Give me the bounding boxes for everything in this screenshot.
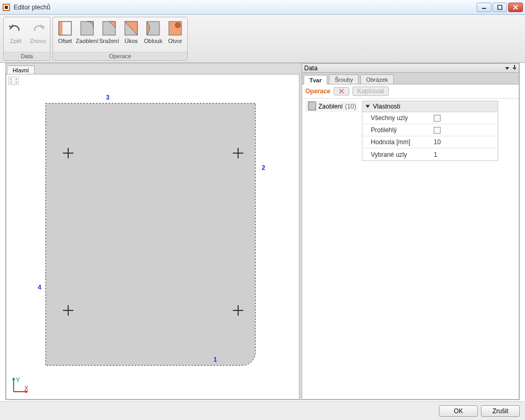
svg-point-15 bbox=[175, 23, 180, 28]
delete-operation-button[interactable] bbox=[334, 87, 349, 95]
prop-row-all-nodes[interactable]: Všechny uzly bbox=[362, 112, 498, 124]
prop-value[interactable]: 1 bbox=[431, 151, 498, 158]
bevel-label: Úkos bbox=[124, 38, 137, 44]
prop-value[interactable]: 10 bbox=[431, 138, 498, 146]
edge-label-bottom: 1 bbox=[213, 356, 217, 363]
right-pane: Data Tvar Šrouby Obrázek Operace bbox=[302, 63, 519, 400]
undo-icon bbox=[7, 20, 24, 37]
svg-marker-28 bbox=[505, 67, 509, 70]
data-panel-header: Data bbox=[302, 63, 519, 73]
fillet-button[interactable]: Zaoblení bbox=[77, 19, 98, 45]
hole-label: Otvor bbox=[168, 38, 183, 44]
subtab-bolts[interactable]: Šrouby bbox=[329, 74, 359, 84]
svg-rect-31 bbox=[515, 69, 515, 70]
edge-label-top: 3 bbox=[106, 94, 110, 101]
prop-label: Protilehlý bbox=[362, 126, 431, 134]
ok-label: OK bbox=[454, 407, 463, 415]
plate-canvas: 3 2 1 4 bbox=[6, 74, 299, 389]
prop-label: Hodnota [mm] bbox=[362, 138, 431, 146]
main-area: Hlavní 3 2 1 4 bbox=[5, 63, 520, 400]
redo-label: Znovu bbox=[30, 38, 46, 44]
ribbon-group-operations: Ofset Zaoblení Sražení Úkos bbox=[52, 17, 188, 61]
checkbox-opposite[interactable] bbox=[434, 127, 441, 134]
window-buttons bbox=[477, 3, 523, 12]
offset-icon bbox=[57, 20, 73, 37]
prop-label: Všechny uzly bbox=[362, 114, 431, 122]
undo-button[interactable]: Zpět bbox=[5, 19, 26, 45]
operation-list: Zaoblení (10) bbox=[305, 101, 359, 112]
fillet-label: Zaoblení bbox=[76, 38, 99, 44]
operation-item-fillet[interactable]: Zaoblení (10) bbox=[305, 101, 359, 112]
app-icon bbox=[2, 3, 10, 12]
svg-rect-30 bbox=[513, 68, 516, 69]
ribbon-group-data: Zpět Znovu Data bbox=[3, 17, 50, 61]
ribbon-group-data-label: Data bbox=[4, 52, 50, 60]
redo-icon bbox=[29, 20, 46, 37]
operations-label: Operace bbox=[305, 88, 330, 95]
left-pane: Hlavní 3 2 1 4 bbox=[6, 63, 299, 400]
viewport[interactable]: 3 2 1 4 Y X bbox=[6, 74, 299, 400]
titlebar: Editor plechů bbox=[0, 0, 525, 15]
offset-label: Ofset bbox=[58, 38, 72, 44]
svg-rect-10 bbox=[81, 21, 93, 35]
subtab-image[interactable]: Obrázek bbox=[360, 74, 394, 84]
fillet-icon bbox=[79, 20, 95, 37]
arc-icon bbox=[145, 20, 162, 37]
fillet-small-icon bbox=[308, 101, 316, 112]
bevel-button[interactable]: Úkos bbox=[121, 19, 142, 45]
window-title: Editor plechů bbox=[14, 4, 477, 11]
dialog-button-bar: OK Zrušit bbox=[0, 401, 525, 420]
operation-item-count: (10) bbox=[345, 103, 356, 110]
data-subtabs: Tvar Šrouby Obrázek bbox=[302, 73, 519, 84]
svg-rect-8 bbox=[59, 21, 62, 35]
panel-dropdown-icon[interactable] bbox=[505, 64, 509, 72]
minimize-button[interactable] bbox=[477, 3, 491, 12]
checkbox-all-nodes[interactable] bbox=[434, 115, 441, 122]
prop-row-value[interactable]: Hodnota [mm] 10 bbox=[362, 136, 498, 148]
prop-row-opposite[interactable]: Protilehlý bbox=[362, 124, 498, 136]
edge-label-right: 2 bbox=[262, 164, 265, 171]
hole-button[interactable]: Otvor bbox=[165, 19, 186, 45]
operation-item-name: Zaoblení bbox=[318, 103, 343, 110]
ok-button[interactable]: OK bbox=[439, 405, 478, 417]
axis-x-label: X bbox=[24, 385, 28, 392]
view-tabstrip: Hlavní bbox=[6, 63, 299, 74]
svg-rect-34 bbox=[308, 102, 316, 110]
copy-operation-button[interactable]: Kopírovat bbox=[352, 87, 389, 96]
edge-label-left: 4 bbox=[38, 284, 41, 291]
hole-icon bbox=[167, 20, 184, 37]
svg-rect-4 bbox=[498, 5, 502, 9]
svg-rect-2 bbox=[5, 6, 8, 9]
data-panel-body: Tvar Šrouby Obrázek Operace Kopírovat bbox=[302, 73, 519, 400]
collapse-icon bbox=[366, 105, 370, 108]
bevel-icon bbox=[123, 20, 140, 37]
prop-row-selected[interactable]: Vybrané uzly 1 bbox=[362, 148, 498, 160]
arc-button[interactable]: Oblouk bbox=[143, 19, 164, 45]
cancel-label: Zrušit bbox=[492, 407, 508, 415]
tab-main[interactable]: Hlavní bbox=[7, 66, 35, 74]
prop-label: Vybrané uzly bbox=[362, 151, 431, 158]
property-grid-header[interactable]: Vlastnosti bbox=[362, 101, 498, 112]
property-grid-title: Vlastnosti bbox=[373, 103, 400, 110]
redo-button[interactable]: Znovu bbox=[27, 19, 48, 45]
arc-label: Oblouk bbox=[144, 38, 163, 44]
panel-pin-icon[interactable] bbox=[512, 64, 517, 72]
chamfer-button[interactable]: Sražení bbox=[99, 19, 120, 45]
close-button[interactable] bbox=[508, 3, 523, 12]
operations-toolbar: Operace Kopírovat bbox=[302, 84, 519, 99]
chamfer-icon bbox=[101, 20, 117, 37]
ribbon: Zpět Znovu Data Ofset Zaob bbox=[0, 15, 525, 63]
maximize-button[interactable] bbox=[492, 3, 507, 12]
subtab-shape[interactable]: Tvar bbox=[304, 75, 327, 84]
undo-label: Zpět bbox=[10, 38, 22, 44]
coordinate-axes: Y X bbox=[10, 376, 29, 395]
cancel-button[interactable]: Zrušit bbox=[481, 405, 520, 417]
axis-y-label: Y bbox=[16, 376, 20, 384]
chamfer-label: Sražení bbox=[99, 38, 119, 44]
svg-marker-25 bbox=[12, 377, 15, 380]
offset-button[interactable]: Ofset bbox=[55, 19, 76, 45]
operations-area: Zaoblení (10) Vlastnosti Všechny uzly Pr… bbox=[302, 99, 519, 163]
ribbon-group-ops-label: Operace bbox=[53, 52, 187, 60]
property-grid: Vlastnosti Všechny uzly Protilehlý Hodno… bbox=[362, 101, 498, 161]
data-panel-title: Data bbox=[304, 64, 317, 72]
